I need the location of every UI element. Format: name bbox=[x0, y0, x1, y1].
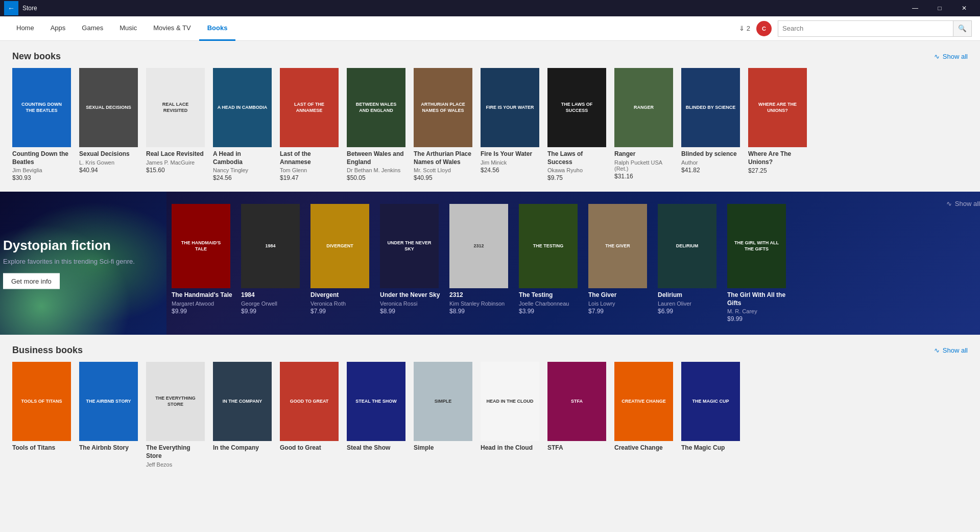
book-title: The Everything Store bbox=[146, 444, 205, 460]
book-item[interactable]: RANGERRangerRalph Puckett USA (Ret.)$31.… bbox=[614, 68, 673, 181]
business-books-show-all[interactable]: ∿ Show all bbox=[934, 346, 968, 354]
book-author: Nancy Tingley bbox=[213, 167, 272, 173]
book-item[interactable]: UNDER THE NEVER SKYUnder the Never SkyVe… bbox=[380, 204, 441, 322]
book-item[interactable]: THE LAWS OF SUCCESSThe Laws of SuccessOk… bbox=[547, 68, 606, 181]
search-button[interactable]: 🔍 bbox=[953, 21, 971, 36]
book-title: In the Company bbox=[213, 444, 272, 452]
book-price: $40.95 bbox=[414, 174, 472, 181]
book-author: Jim Beviglia bbox=[12, 167, 71, 173]
nav-books[interactable]: Books bbox=[199, 16, 236, 41]
book-price: $19.47 bbox=[280, 174, 339, 181]
business-books-title: Business books bbox=[12, 345, 83, 356]
book-item[interactable]: FIRE IS YOUR WATERFire Is Your WaterJim … bbox=[481, 68, 539, 181]
book-title: The Girl With All the Gifts bbox=[727, 291, 788, 307]
book-item[interactable]: DELIRIUMDeliriumLauren Oliver$6.99 bbox=[658, 204, 719, 322]
book-item[interactable]: TOOLS OF TITANSTools of Titans bbox=[12, 362, 71, 468]
book-price: $8.99 bbox=[449, 308, 511, 315]
book-author: L. Kris Gowen bbox=[79, 159, 138, 166]
book-author: Veronica Rossi bbox=[380, 300, 441, 307]
download-button[interactable]: ⇓ 2 bbox=[739, 25, 750, 32]
nav-games[interactable]: Games bbox=[74, 16, 111, 41]
book-item[interactable]: DIVERGENTDivergentVeronica Roth$7.99 bbox=[310, 204, 372, 322]
book-item[interactable]: IN THE COMPANYIn the Company bbox=[213, 362, 272, 468]
new-books-show-all[interactable]: ∿ Show all bbox=[934, 53, 968, 60]
book-title: Blinded by science bbox=[681, 150, 740, 158]
book-item[interactable]: COUNTING DOWN THE BEATLESCounting Down t… bbox=[12, 68, 71, 181]
book-item[interactable]: 23122312Kim Stanley Robinson$8.99 bbox=[449, 204, 511, 322]
book-title: Ranger bbox=[614, 150, 673, 158]
nav-apps[interactable]: Apps bbox=[42, 16, 74, 41]
book-author: Jim Minick bbox=[481, 159, 539, 166]
business-show-all-label: Show all bbox=[943, 346, 968, 354]
close-button[interactable]: ✕ bbox=[952, 0, 976, 16]
book-title: The Handmaid's Tale bbox=[172, 291, 233, 299]
dystopian-section: Dystopian fiction Explore favorites in t… bbox=[0, 192, 980, 335]
download-icon: ⇓ bbox=[739, 25, 745, 32]
dystopian-subtitle: Explore favorites in this trending Sci-f… bbox=[3, 258, 135, 265]
book-price: $27.25 bbox=[748, 167, 807, 174]
book-item[interactable]: HEAD IN THE CLOUDHead in the Cloud bbox=[481, 362, 539, 468]
book-price: $15.60 bbox=[146, 167, 205, 174]
book-author: Dr Bethan M. Jenkins bbox=[347, 167, 405, 173]
book-title: STFA bbox=[547, 444, 606, 452]
search-input[interactable] bbox=[778, 21, 953, 36]
user-avatar[interactable]: C bbox=[756, 21, 772, 36]
grid-icon-dystopian: ∿ bbox=[946, 200, 952, 207]
book-title: The Testing bbox=[519, 291, 580, 299]
book-title: 2312 bbox=[449, 291, 511, 299]
business-books-section: Business books ∿ Show all TOOLS OF TITAN… bbox=[12, 345, 968, 468]
book-title: Between Wales and England bbox=[347, 150, 405, 166]
grid-icon: ∿ bbox=[934, 53, 940, 60]
new-books-list: COUNTING DOWN THE BEATLESCounting Down t… bbox=[12, 68, 968, 181]
dystopian-show-all[interactable]: ∿ Show all bbox=[946, 200, 980, 207]
book-author: Kim Stanley Robinson bbox=[449, 300, 511, 307]
nav-movies-tv[interactable]: Movies & TV bbox=[145, 16, 199, 41]
book-item[interactable]: WHERE ARE THE UNIONS?Where Are The Union… bbox=[748, 68, 807, 181]
book-title: Last of the Annamese bbox=[280, 150, 339, 166]
book-item[interactable]: LAST OF THE ANNAMESELast of the Annamese… bbox=[280, 68, 339, 181]
book-price: $6.99 bbox=[658, 308, 719, 315]
book-price: $9.99 bbox=[172, 308, 233, 315]
book-title: Counting Down the Beatles bbox=[12, 150, 71, 166]
book-author: Jeff Bezos bbox=[146, 461, 205, 468]
book-title: Steal the Show bbox=[347, 444, 405, 452]
book-title: Where Are The Unions? bbox=[748, 150, 807, 166]
book-author: Lois Lowry bbox=[588, 300, 650, 307]
main-content: New books ∿ Show all COUNTING DOWN THE B… bbox=[0, 41, 980, 479]
book-item[interactable]: SEXUAL DECISIONSSexual DecisionsL. Kris … bbox=[79, 68, 138, 181]
nav-home[interactable]: Home bbox=[8, 16, 42, 41]
book-item[interactable]: THE HANDMAID'S TALEThe Handmaid's TaleMa… bbox=[172, 204, 233, 322]
book-item[interactable]: BETWEEN WALES AND ENGLANDBetween Wales a… bbox=[347, 68, 405, 181]
book-item[interactable]: BLINDED BY SCIENCEBlinded by scienceAuth… bbox=[681, 68, 740, 181]
book-item[interactable]: 19841984George Orwell$9.99 bbox=[241, 204, 302, 322]
book-item[interactable]: THE AIRBNB STORYThe Airbnb Story bbox=[79, 362, 138, 468]
back-button[interactable]: ← bbox=[4, 1, 18, 15]
business-books-list: TOOLS OF TITANSTools of TitansTHE AIRBNB… bbox=[12, 362, 968, 468]
minimize-button[interactable]: — bbox=[903, 0, 927, 16]
book-item[interactable]: STFASTFA bbox=[547, 362, 606, 468]
book-item[interactable]: THE GIRL WITH ALL THE GIFTSThe Girl With… bbox=[727, 204, 788, 322]
book-item[interactable]: GOOD TO GREATGood to Great bbox=[280, 362, 339, 468]
nav-music[interactable]: Music bbox=[111, 16, 145, 41]
book-price: $9.75 bbox=[547, 174, 606, 181]
titlebar: ← Store — □ ✕ bbox=[0, 0, 980, 16]
book-item[interactable]: REAL LACE REVISITEDReal Lace RevisitedJa… bbox=[146, 68, 205, 181]
book-price: $40.94 bbox=[79, 167, 138, 174]
book-item[interactable]: THE TESTINGThe TestingJoelle Charbonneau… bbox=[519, 204, 580, 322]
book-item[interactable]: ARTHURIAN PLACE NAMES OF WALESThe Arthur… bbox=[414, 68, 472, 181]
book-item[interactable]: STEAL THE SHOWSteal the Show bbox=[347, 362, 405, 468]
book-item[interactable]: THE MAGIC CUPThe Magic Cup bbox=[681, 362, 740, 468]
book-item[interactable]: SIMPLESimple bbox=[414, 362, 472, 468]
book-item[interactable]: CREATIVE CHANGECreative Change bbox=[614, 362, 673, 468]
search-box: 🔍 bbox=[778, 20, 972, 37]
get-info-button[interactable]: Get more info bbox=[3, 273, 60, 289]
book-author: M. R. Carey bbox=[727, 308, 788, 314]
maximize-button[interactable]: □ bbox=[928, 0, 951, 16]
search-icon: 🔍 bbox=[958, 25, 967, 32]
book-author: Ralph Puckett USA (Ret.) bbox=[614, 159, 673, 172]
book-item[interactable]: THE GIVERThe GiverLois Lowry$7.99 bbox=[588, 204, 650, 322]
book-item[interactable]: THE EVERYTHING STOREThe Everything Store… bbox=[146, 362, 205, 468]
book-price: $7.99 bbox=[588, 308, 650, 315]
new-books-title: New books bbox=[12, 51, 61, 62]
book-item[interactable]: A HEAD IN CAMBODIAA Head in CambodiaNanc… bbox=[213, 68, 272, 181]
